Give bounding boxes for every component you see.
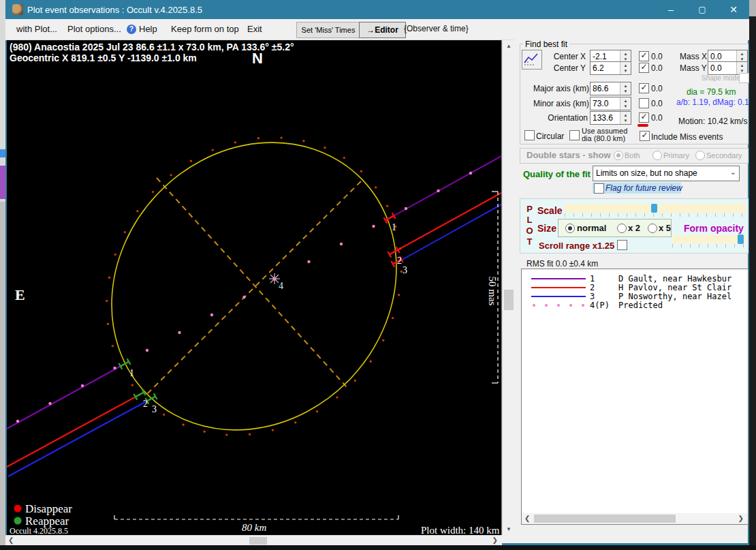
form-opacity-thumb[interactable]	[738, 234, 744, 244]
list-scroll-right-icon[interactable]: ❯	[738, 515, 744, 522]
minor-axis-sigma: 0.0	[651, 99, 663, 108]
plot-horizontal-scrollbar[interactable]: ❮ ❯	[5, 535, 502, 546]
circular-checkbox[interactable]	[524, 130, 535, 140]
quality-dropdown[interactable]: Limits on size, but no shape ⌄	[593, 166, 740, 181]
asteroid-ellipse	[53, 84, 456, 489]
find-best-fit-label: Find best fit	[523, 40, 569, 49]
center-y-label: Center Y	[544, 63, 586, 73]
center-x-sigma: 0.0	[651, 52, 663, 61]
screen: Plot event observations : Occult v.4.202…	[0, 0, 756, 550]
scale-slider[interactable]	[565, 204, 746, 213]
ellipse-axes	[147, 178, 361, 394]
disappear-dot	[14, 505, 22, 513]
occult-window: Plot event observations : Occult v.4.202…	[5, 0, 749, 545]
flag-label: Flag for future review	[605, 183, 682, 193]
minor-axis-input[interactable]: 73.0▲▼	[590, 97, 631, 110]
right-panel: Find best fit Center X -2.1▲▼ ✓ 0.0 Mass…	[514, 40, 748, 543]
size-normal-radio[interactable]	[565, 224, 575, 233]
orientation-fit-checkbox[interactable]: ✓	[639, 112, 649, 123]
observer-list-scrollbar[interactable]: ❮ ❯	[522, 513, 748, 524]
observer-num: 1	[590, 274, 595, 284]
legend-line-chord2	[531, 287, 586, 288]
chevron-down-icon: ⌄	[730, 168, 736, 177]
dia-text: dia = 79.5 km	[687, 87, 736, 97]
title-bar: Plot event observations : Occult v.4.202…	[5, 0, 749, 19]
list-scroll-left-icon[interactable]: ❮	[524, 515, 530, 522]
background-grey-block	[0, 202, 5, 550]
observer-list[interactable]: 1 D Gault, near Hawkesbur 2 H Pavlov, ne…	[521, 269, 749, 525]
reappear-marker-1	[119, 358, 130, 369]
double-primary-radio[interactable]	[652, 151, 662, 160]
chord2-d-label: 2	[397, 256, 402, 266]
size-x2-label: x 2	[628, 223, 640, 233]
minor-axis-label: Minor axis (km)	[533, 99, 588, 108]
center-y-input[interactable]: 6.2▲▼	[590, 61, 631, 75]
orientation-input[interactable]: 133.6▲▼	[590, 111, 631, 125]
editor-button[interactable]: →Editor	[359, 22, 406, 38]
menu-with-plot[interactable]: with Plot...	[16, 24, 57, 34]
close-button[interactable]: ✕	[718, 0, 749, 19]
scroll-down-icon[interactable]: ▼	[503, 526, 515, 532]
plot-version: Occult 4.2025.8.5	[10, 526, 68, 534]
scroll-left-icon[interactable]: ❮	[8, 536, 14, 544]
scroll-range-label: Scroll range x1.25	[539, 241, 614, 251]
help-icon[interactable]: ?	[127, 25, 136, 34]
form-opacity-slider[interactable]	[672, 235, 746, 243]
plot-canvas[interactable]: 1 2 3 1 2 3 4	[7, 40, 502, 535]
center-x-fit-checkbox[interactable]: ✓	[639, 51, 649, 61]
motion-text: Motion: 10.42 km/s	[678, 117, 747, 126]
scroll-up-icon[interactable]: ▲	[503, 43, 515, 49]
scroll-range-checkbox[interactable]	[617, 240, 627, 250]
chord-1-line	[7, 156, 501, 429]
plot-vertical-scrollbar[interactable]: ▲ ▼	[502, 40, 515, 535]
include-miss-checkbox[interactable]: ✓	[640, 131, 650, 141]
east-label: E	[15, 286, 25, 303]
predicted-path-dots	[16, 154, 501, 423]
chord2-r-label: 2	[143, 399, 148, 409]
star-label: 4	[279, 281, 283, 291]
double-primary-label: Primary	[663, 151, 689, 159]
shape-model-label: Shape model	[702, 74, 742, 82]
minimize-button[interactable]: –	[655, 0, 687, 19]
major-axis-input[interactable]: 86.6▲▼	[590, 82, 631, 95]
double-both-label: Both	[625, 151, 640, 159]
scroll-right-icon[interactable]: ❯	[492, 536, 498, 544]
menu-exit[interactable]: Exit	[247, 24, 262, 34]
circular-label: Circular	[536, 132, 564, 141]
observer-time-label: {Observer & time}	[404, 24, 469, 33]
menu-plot-options[interactable]: Plot options...	[67, 24, 121, 34]
fit-chart-button[interactable]	[522, 50, 542, 70]
set-miss-times-button[interactable]: Set 'Miss' Times	[296, 22, 360, 38]
menu-keep-on-top[interactable]: Keep form on top	[171, 24, 239, 34]
app-icon	[12, 4, 23, 15]
size-x5-label: x 5	[659, 223, 671, 233]
minor-axis-fit-checkbox[interactable]	[639, 98, 649, 108]
maximize-button[interactable]: ▢	[687, 0, 718, 19]
use-assumed-checkbox[interactable]	[569, 130, 580, 140]
major-axis-fit-checkbox[interactable]: ✓	[639, 83, 649, 93]
observer-name: D Gault, near Hawkesbur	[618, 274, 731, 284]
vertical-scroll-thumb[interactable]	[504, 290, 514, 310]
legend-disappear: Disappear	[25, 502, 72, 515]
horizontal-scroll-thumb[interactable]	[249, 537, 267, 545]
desktop-bottom-strip	[0, 545, 756, 550]
plot-controls-panel: PLOT Scale Size normal x 2 x 5 Form opac…	[520, 198, 749, 254]
menu-help[interactable]: Help	[139, 24, 157, 34]
double-secondary-radio[interactable]	[695, 151, 705, 160]
plot-width-label: Plot width: 140 km	[421, 525, 500, 534]
size-x5-radio[interactable]	[648, 224, 657, 233]
scale-slider-thumb[interactable]	[651, 204, 657, 213]
shape-model-checkbox[interactable]	[739, 73, 749, 83]
double-both-radio[interactable]	[614, 151, 623, 160]
mas-label: 50 mas	[487, 277, 498, 306]
list-scroll-thumb[interactable]	[534, 515, 676, 523]
mass-x-label: Mass X	[680, 52, 707, 61]
chord3-r-label: 3	[152, 404, 157, 414]
observer-name: Predicted	[618, 301, 663, 310]
size-x2-radio[interactable]	[617, 224, 627, 233]
observer-num: 4(P)	[590, 301, 610, 310]
desktop-right-strip	[749, 0, 756, 550]
center-y-fit-checkbox[interactable]: ✓	[639, 63, 649, 73]
orientation-red-mark	[637, 124, 648, 127]
flag-checkbox[interactable]	[594, 183, 604, 194]
